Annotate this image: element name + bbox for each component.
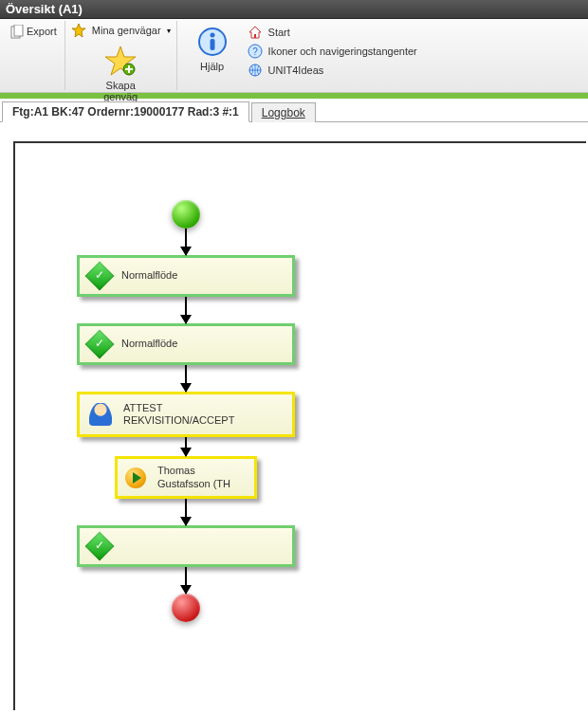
- flow-arrow: [185, 297, 187, 323]
- ribbon-group-shortcuts: Mina genvägar ▾ Skapa genväg: [65, 21, 177, 90]
- unit4-link[interactable]: UNIT4Ideas: [266, 64, 326, 77]
- ribbon-group-export: Export: [4, 21, 65, 90]
- end-node[interactable]: [172, 594, 200, 622]
- skapa-genvag-label: Skapa genväg: [103, 80, 138, 102]
- flow-arrow: [185, 365, 187, 392]
- step-label: Normalflöde: [121, 338, 177, 350]
- step-label: ATTEST REKVISITION/ACCEPT: [123, 402, 234, 427]
- flow-arrow: [185, 437, 187, 456]
- window-title: Översikt (A1): [6, 2, 83, 16]
- flow-arrow: [185, 567, 187, 594]
- flow-arrow: [185, 499, 187, 525]
- start-link[interactable]: Start: [266, 26, 292, 39]
- svg-rect-9: [210, 39, 214, 50]
- star-small-icon: [71, 23, 86, 38]
- star-add-icon: [104, 42, 137, 80]
- help-small-icon: ?: [248, 44, 263, 59]
- start-node[interactable]: [172, 200, 200, 229]
- svg-rect-11: [254, 34, 256, 38]
- flow-step-person[interactable]: Thomas Gustafsson (TH: [115, 456, 257, 498]
- svg-point-8: [210, 33, 214, 38]
- auto-step-icon: [84, 261, 114, 290]
- current-step-icon: [125, 467, 146, 488]
- flow-arrow: [185, 229, 187, 255]
- help-button[interactable]: Hjälp: [193, 21, 232, 74]
- flow-step-final[interactable]: [77, 525, 295, 567]
- export-button[interactable]: Export: [25, 25, 59, 38]
- auto-step-icon: [84, 329, 114, 358]
- help-label: Hjälp: [200, 61, 224, 72]
- flow-step-normalflode-1[interactable]: Normalflöde: [77, 255, 295, 297]
- flow-step-attest[interactable]: ATTEST REKVISITION/ACCEPT: [77, 392, 295, 437]
- skapa-genvag-button[interactable]: Skapa genväg: [100, 40, 141, 104]
- tab-overview-label: Ftg:A1 BK:47 Ordernr:19000177 Rad:3 #:1: [12, 105, 239, 119]
- workflow-column: Normalflöde Normalflöde ATTEST REKVISITI…: [63, 200, 309, 622]
- svg-marker-2: [72, 24, 85, 37]
- home-icon: [248, 25, 263, 40]
- flow-step-normalflode-2[interactable]: Normalflöde: [77, 323, 295, 365]
- step-label: Normalflöde: [121, 269, 177, 282]
- chevron-down-icon: ▾: [167, 27, 171, 35]
- auto-step-icon: [84, 531, 114, 560]
- mina-genvagar-dropdown[interactable]: Mina genvägar: [90, 24, 163, 37]
- info-icon: [196, 23, 229, 61]
- accent-strip: [0, 93, 588, 99]
- globe-icon: [248, 63, 263, 78]
- svg-text:?: ?: [252, 46, 258, 57]
- workflow-canvas: Normalflöde Normalflöde ATTEST REKVISITI…: [13, 141, 586, 710]
- tab-overview[interactable]: Ftg:A1 BK:47 Ordernr:19000177 Rad:3 #:1: [2, 101, 249, 122]
- tab-loggbok[interactable]: Loggbok: [251, 102, 316, 122]
- tab-loggbok-label: Loggbok: [262, 106, 305, 119]
- canvas-wrap: Normalflöde Normalflöde ATTEST REKVISITI…: [0, 122, 588, 710]
- ribbon-group-help: Hjälp Start ? Ikoner och navigeringstang…: [177, 21, 431, 90]
- person-icon: [89, 403, 112, 426]
- ribbon: Export Mina genvägar ▾ Skapa genväg: [0, 19, 588, 93]
- tab-bar: Ftg:A1 BK:47 Ordernr:19000177 Rad:3 #:1 …: [0, 100, 588, 122]
- svg-rect-1: [14, 25, 23, 36]
- ikoner-link[interactable]: Ikoner och navigeringstangenter: [266, 45, 419, 58]
- step-label: Thomas Gustafsson (TH: [157, 465, 230, 489]
- export-icon: [9, 25, 25, 40]
- window-titlebar: Översikt (A1): [0, 0, 588, 19]
